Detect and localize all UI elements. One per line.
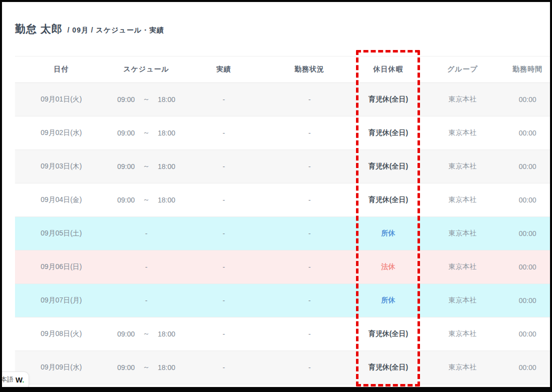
schedule-cell: 09:00～18:00 [108,128,185,138]
holiday-cell: 育児休(全日) [356,128,420,138]
actual-cell: - [185,263,262,271]
date-cell: 09月08日(火) [15,330,108,338]
group-cell: 東京本社 [420,196,505,204]
schedule-cell: - [108,230,185,238]
work-status-cell: - [262,162,356,170]
actual-cell: - [185,96,262,104]
group-cell: 東京本社 [420,262,505,272]
table-body: 09月01日(火) 09:00～18:00 - - 育児休(全日) 東京本社 0… [15,83,550,384]
weblio-extension-button[interactable]: 本語 W. [0,372,29,388]
weblio-logo-icon: W. [16,376,24,384]
work-time-cell: 00:00 [505,364,550,372]
actual-cell: - [185,230,262,238]
holiday-cell: 所休 [356,296,420,305]
table-row: 09月05日(土) - - - 所休 東京本社 00:00 [15,217,550,250]
work-status-cell: - [262,296,356,304]
header-actual: 実績 [185,65,262,74]
work-status-cell: - [262,330,356,338]
date-cell: 09月02日(水) [15,128,108,138]
attendance-page: 勤怠 太郎/ 09月 / スケジュール・実績 日付 スケジュール 実績 勤務状況… [0,0,552,392]
holiday-cell: 育児休(全日) [356,363,420,372]
table-row: 09月01日(火) 09:00～18:00 - - 育児休(全日) 東京本社 0… [15,83,550,116]
date-cell: 09月07日(月) [15,296,108,305]
date-cell: 09月04日(金) [15,196,108,204]
schedule-cell: 09:00～18:00 [108,162,185,171]
schedule-cell: 09:00～18:00 [108,196,185,204]
work-status-cell: - [262,129,356,137]
header-work-status: 勤務状況 [262,65,356,74]
work-time-cell: 00:00 [505,296,550,304]
work-time-cell: 00:00 [505,263,550,271]
group-cell: 東京本社 [420,296,505,305]
work-status-cell: - [262,263,356,271]
schedule-table: 日付 スケジュール 実績 勤務状況 休日休暇 グループ 勤務時間 09月01日(… [15,56,550,384]
header-work-time: 勤務時間 [505,65,550,74]
work-time-cell: 00:00 [505,162,550,170]
schedule-cell: 09:00～18:00 [108,95,185,104]
schedule-cell: - [108,296,185,304]
group-cell: 東京本社 [420,95,505,104]
group-cell: 東京本社 [420,128,505,138]
date-cell: 09月09日(水) [15,363,108,372]
group-cell: 東京本社 [420,229,505,238]
group-cell: 東京本社 [420,363,505,372]
header-schedule: スケジュール [108,65,185,74]
table-row: 09月02日(水) 09:00～18:00 - - 育児休(全日) 東京本社 0… [15,116,550,150]
date-cell: 09月06日(日) [15,262,108,272]
actual-cell: - [185,330,262,338]
table-row: 09月06日(日) - - - 法休 東京本社 00:00 [15,250,550,284]
actual-cell: - [185,196,262,204]
group-cell: 東京本社 [420,330,505,338]
work-status-cell: - [262,96,356,104]
actual-cell: - [185,162,262,170]
employee-name: 勤怠 太郎 [15,23,62,34]
date-cell: 09月03日(木) [15,162,108,171]
schedule-cell: - [108,263,185,271]
weblio-partial-label: 本語 [0,375,14,384]
table-row: 09月08日(火) 09:00～18:00 - - 育児休(全日) 東京本社 0… [15,318,550,351]
holiday-cell: 所休 [356,229,420,238]
work-time-cell: 00:00 [505,230,550,238]
work-status-cell: - [262,230,356,238]
holiday-cell: 育児休(全日) [356,330,420,338]
header-date: 日付 [15,65,108,74]
work-time-cell: 00:00 [505,129,550,137]
work-time-cell: 00:00 [505,330,550,338]
breadcrumb: / 09月 / スケジュール・実績 [68,26,164,34]
holiday-cell: 法休 [356,262,420,272]
actual-cell: - [185,129,262,137]
table-row: 09月04日(金) 09:00～18:00 - - 育児休(全日) 東京本社 0… [15,184,550,217]
actual-cell: - [185,364,262,372]
table-header-row: 日付 スケジュール 実績 勤務状況 休日休暇 グループ 勤務時間 [15,56,550,83]
work-status-cell: - [262,196,356,204]
group-cell: 東京本社 [420,162,505,171]
holiday-cell: 育児休(全日) [356,95,420,104]
work-time-cell: 00:00 [505,96,550,104]
table-row: 09月07日(月) - - - 所休 東京本社 00:00 [15,284,550,318]
actual-cell: - [185,296,262,304]
header-group: グループ [420,65,505,74]
header-holiday: 休日休暇 [356,65,420,74]
page-title: 勤怠 太郎/ 09月 / スケジュール・実績 [15,22,164,36]
schedule-cell: 09:00～18:00 [108,330,185,338]
schedule-cell: 09:00～18:00 [108,363,185,372]
work-time-cell: 00:00 [505,196,550,204]
holiday-cell: 育児休(全日) [356,196,420,204]
date-cell: 09月01日(火) [15,95,108,104]
work-status-cell: - [262,364,356,372]
table-row: 09月03日(木) 09:00～18:00 - - 育児休(全日) 東京本社 0… [15,150,550,184]
date-cell: 09月05日(土) [15,229,108,238]
holiday-cell: 育児休(全日) [356,162,420,171]
table-row: 09月09日(水) 09:00～18:00 - - 育児休(全日) 東京本社 0… [15,351,550,384]
